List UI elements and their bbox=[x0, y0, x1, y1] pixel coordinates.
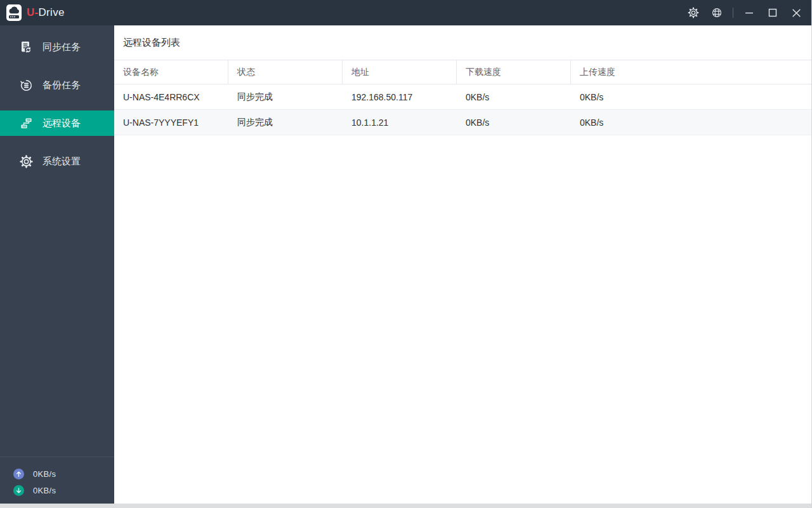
titlebar: U-Drive bbox=[0, 0, 811, 25]
titlebar-divider bbox=[733, 8, 733, 18]
app-window: U-Drive bbox=[0, 0, 812, 508]
upload-speed-value: 0KB/s bbox=[33, 469, 56, 479]
sidebar-item-label: 系统设置 bbox=[43, 156, 81, 168]
column-header-download-speed: 下载速度 bbox=[457, 60, 571, 84]
page-title: 远程设备列表 bbox=[114, 25, 811, 60]
settings-gear-icon[interactable] bbox=[686, 5, 701, 20]
sidebar: 同步任务 备份任务 bbox=[0, 25, 114, 504]
sidebar-item-system-settings[interactable]: 系统设置 bbox=[0, 149, 114, 174]
backup-task-icon bbox=[19, 78, 33, 92]
column-header-status: 状态 bbox=[228, 60, 343, 84]
device-table: 设备名称 状态 地址 下载速度 上传速度 U-NAS-4E4RR6CX 同步完成… bbox=[114, 60, 811, 135]
address-cell: 192.168.50.117 bbox=[343, 84, 457, 109]
status-cell: 同步完成 bbox=[228, 110, 343, 135]
sidebar-item-label: 同步任务 bbox=[43, 41, 81, 53]
sidebar-item-backup-tasks[interactable]: 备份任务 bbox=[0, 72, 114, 98]
download-speed-cell: 0KB/s bbox=[457, 84, 571, 109]
upload-speed-row: 0KB/s bbox=[0, 465, 114, 482]
download-speed-cell: 0KB/s bbox=[457, 110, 571, 135]
upload-arrow-icon bbox=[13, 469, 24, 479]
sidebar-item-label: 备份任务 bbox=[43, 79, 81, 91]
app-logo: U-Drive bbox=[6, 4, 65, 21]
table-row[interactable]: U-NAS-4E4RR6CX 同步完成 192.168.50.117 0KB/s… bbox=[114, 84, 811, 110]
status-cell: 同步完成 bbox=[228, 84, 343, 109]
main-content: 远程设备列表 设备名称 状态 地址 下载速度 上传速度 U-NAS-4E4RR6… bbox=[114, 25, 811, 504]
system-settings-icon bbox=[19, 154, 33, 168]
column-header-address: 地址 bbox=[343, 60, 457, 84]
brand-suffix: Drive bbox=[39, 6, 65, 18]
window-bottom-edge bbox=[0, 504, 811, 508]
device-name-cell: U-NAS-4E4RR6CX bbox=[114, 84, 228, 109]
sidebar-item-remote-devices[interactable]: 远程设备 bbox=[0, 110, 114, 136]
sidebar-footer: 0KB/s 0KB/s bbox=[0, 457, 114, 504]
download-speed-row: 0KB/s bbox=[0, 482, 114, 498]
upload-speed-cell: 0KB/s bbox=[571, 110, 811, 135]
app-title: U-Drive bbox=[27, 6, 65, 19]
sidebar-item-sync-tasks[interactable]: 同步任务 bbox=[0, 34, 114, 60]
download-arrow-icon bbox=[13, 485, 24, 496]
upload-speed-cell: 0KB/s bbox=[571, 84, 811, 109]
brand-prefix: U- bbox=[27, 6, 39, 18]
address-cell: 10.1.1.21 bbox=[343, 110, 457, 135]
nas-cloud-logo-icon bbox=[6, 4, 22, 21]
close-button[interactable] bbox=[789, 5, 804, 20]
language-globe-icon[interactable] bbox=[709, 5, 724, 20]
maximize-button[interactable] bbox=[765, 5, 780, 20]
column-header-upload-speed: 上传速度 bbox=[571, 60, 811, 84]
minimize-button[interactable] bbox=[742, 5, 757, 20]
device-name-cell: U-NAS-7YYYEFY1 bbox=[114, 110, 228, 135]
column-header-device-name: 设备名称 bbox=[114, 60, 228, 84]
table-header-row: 设备名称 状态 地址 下载速度 上传速度 bbox=[114, 60, 811, 84]
sidebar-nav: 同步任务 备份任务 bbox=[0, 25, 114, 174]
sidebar-item-label: 远程设备 bbox=[43, 117, 81, 130]
download-speed-value: 0KB/s bbox=[33, 486, 56, 495]
table-row[interactable]: U-NAS-7YYYEFY1 同步完成 10.1.1.21 0KB/s 0KB/… bbox=[114, 110, 811, 135]
sync-task-icon bbox=[19, 40, 33, 54]
remote-device-icon bbox=[19, 116, 33, 130]
